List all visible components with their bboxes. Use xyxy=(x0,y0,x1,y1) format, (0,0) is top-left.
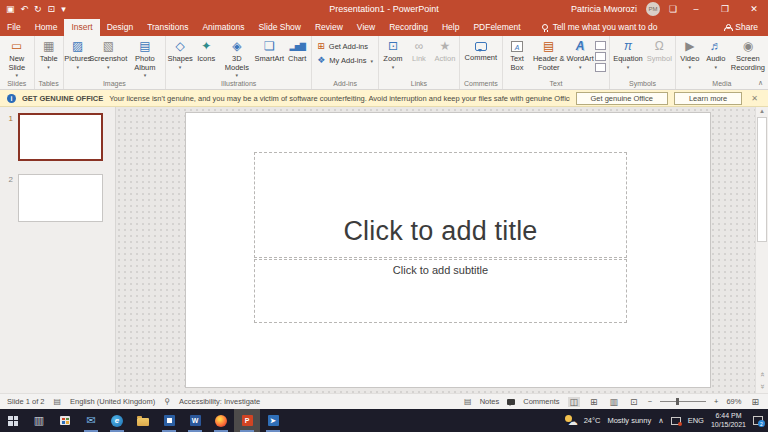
language-indicator[interactable]: English (United Kingdom) xyxy=(70,397,155,406)
comment-button[interactable]: Comment xyxy=(463,36,500,63)
slide-1-thumbnail[interactable] xyxy=(18,113,103,161)
zoom-in-button[interactable]: + xyxy=(714,397,718,406)
word-button[interactable]: W xyxy=(182,409,208,432)
pictures-button[interactable]: ▨ Pictures ▾ xyxy=(65,36,91,70)
icons-button[interactable]: ✦ Icons xyxy=(193,36,219,64)
customize-qat-icon[interactable]: ▾ xyxy=(61,4,66,14)
next-slide-icon[interactable]: » xyxy=(757,384,766,388)
date-time-icon[interactable] xyxy=(595,41,606,50)
slide-editing-surface[interactable]: Click to add title Click to add subtitle xyxy=(185,112,711,388)
zoom-button[interactable]: ⊡ Zoom ▾ xyxy=(380,36,406,70)
comments-button[interactable]: Comments xyxy=(523,397,559,406)
tab-insert[interactable]: Insert xyxy=(64,19,99,36)
notes-button[interactable]: Notes xyxy=(480,397,500,406)
weather-icon[interactable]: ☁ xyxy=(565,415,577,426)
3d-models-button[interactable]: ◈ 3D Models ▾ xyxy=(219,36,254,79)
object-icon[interactable] xyxy=(595,63,606,72)
slide-sorter-view-button[interactable]: ⊞ xyxy=(588,397,600,407)
normal-view-button[interactable]: ◫ xyxy=(568,397,581,407)
task-view-button[interactable]: ▥ xyxy=(26,409,52,432)
screenshot-button[interactable]: ▧ Screenshot ▾ xyxy=(91,36,126,70)
chart-button[interactable]: ▂▅▇ Chart xyxy=(284,36,310,64)
audio-button[interactable]: ♬ Audio ▾ xyxy=(703,36,729,70)
microsoft-store-button[interactable] xyxy=(52,409,78,432)
proofing-icon[interactable]: ▤ xyxy=(54,397,62,406)
photo-album-button[interactable]: ▤ Photo Album ▾ xyxy=(126,36,164,79)
screen-recording-button[interactable]: ◉ Screen Recording xyxy=(729,36,767,72)
slide-number-icon[interactable] xyxy=(595,52,606,61)
get-genuine-office-button[interactable]: Get genuine Office xyxy=(576,92,668,105)
save-icon[interactable]: ▣ xyxy=(6,4,15,14)
zoom-level[interactable]: 69% xyxy=(726,397,741,406)
table-button[interactable]: ▦ Table ▾ xyxy=(36,36,62,70)
powerpoint-button[interactable]: P xyxy=(234,409,260,432)
slide-show-button[interactable]: ⊡ xyxy=(628,397,640,407)
tab-pdfelement[interactable]: PDFelement xyxy=(466,19,527,36)
close-button[interactable]: ✕ xyxy=(744,4,764,14)
temperature[interactable]: 24°C xyxy=(584,416,601,425)
tab-help[interactable]: Help xyxy=(435,19,466,36)
smartart-button[interactable]: ❏ SmartArt xyxy=(254,36,284,64)
tab-design[interactable]: Design xyxy=(100,19,140,36)
ribbon-display-options-icon[interactable]: ❏ xyxy=(669,4,677,14)
zoom-out-button[interactable]: − xyxy=(648,397,652,406)
equation-button[interactable]: π Equation ▾ xyxy=(611,36,645,70)
text-box-button[interactable]: A Text Box xyxy=(504,36,531,72)
tray-app-icon[interactable] xyxy=(671,417,681,425)
show-hidden-icons-chevron[interactable]: ∧ xyxy=(658,416,664,425)
scroll-up-icon[interactable]: ▴ xyxy=(760,107,764,114)
group-label-symbols: Symbols xyxy=(611,80,674,89)
shapes-button[interactable]: ◇ Shapes ▾ xyxy=(167,36,193,70)
get-add-ins-button[interactable]: ⊞ Get Add-ins xyxy=(317,41,373,51)
close-warning-icon[interactable]: ✕ xyxy=(748,94,761,103)
tab-file[interactable]: File xyxy=(0,19,28,36)
tab-slide-show[interactable]: Slide Show xyxy=(251,19,308,36)
learn-more-button[interactable]: Learn more xyxy=(674,92,742,105)
share-button[interactable]: Share xyxy=(714,22,768,36)
vertical-scrollbar[interactable]: ▴ « » xyxy=(755,107,768,393)
tab-animations[interactable]: Animations xyxy=(195,19,251,36)
zoom-slider-thumb[interactable] xyxy=(676,398,679,405)
subtitle-placeholder[interactable]: Click to add subtitle xyxy=(254,259,627,323)
tab-recording[interactable]: Recording xyxy=(382,19,435,36)
file-explorer-button[interactable] xyxy=(130,409,156,432)
wordart-button[interactable]: A WordArt ▾ xyxy=(567,36,593,70)
tell-me-box[interactable]: Tell me what you want to do xyxy=(542,22,658,36)
avatar[interactable]: PM xyxy=(646,2,660,16)
firefox-button[interactable] xyxy=(208,409,234,432)
tab-review[interactable]: Review xyxy=(308,19,350,36)
new-slide-button[interactable]: ▭ New Slide ▾ xyxy=(1,36,33,79)
ribbon: ▭ New Slide ▾ Slides ▦ Table ▾ Tables ▨ … xyxy=(0,36,768,90)
tab-view[interactable]: View xyxy=(350,19,382,36)
title-bar: ▣ ↶ ↻ ⊡ ▾ Presentation1 - PowerPoint Pat… xyxy=(0,0,768,18)
edge-button[interactable]: e xyxy=(104,409,130,432)
input-language[interactable]: ENG xyxy=(688,416,704,425)
mail-button[interactable]: ✉ xyxy=(78,409,104,432)
weather-description[interactable]: Mostly sunny xyxy=(607,416,651,425)
zoom-slider[interactable] xyxy=(660,401,706,402)
start-presentation-icon[interactable]: ⊡ xyxy=(48,4,56,14)
store-icon xyxy=(60,416,70,425)
tab-transitions[interactable]: Transitions xyxy=(140,19,195,36)
clock[interactable]: 6:44 PM 10/15/2021 xyxy=(711,412,746,428)
scrollbar-thumb[interactable] xyxy=(757,117,767,242)
restore-button[interactable]: ❐ xyxy=(715,4,735,14)
video-button[interactable]: ▶ Video ▾ xyxy=(677,36,703,70)
pointer-app-button[interactable]: ➤ xyxy=(260,409,286,432)
start-button[interactable] xyxy=(0,409,26,432)
undo-icon[interactable]: ↶ xyxy=(21,4,29,14)
blue-app-button[interactable] xyxy=(156,409,182,432)
tab-home[interactable]: Home xyxy=(28,19,65,36)
title-placeholder[interactable]: Click to add title xyxy=(254,152,627,258)
fit-slide-to-window-button[interactable]: ⊞ xyxy=(749,397,761,407)
reading-view-button[interactable]: ▥ xyxy=(608,397,621,407)
header-footer-button[interactable]: ▤ Header & Footer xyxy=(530,36,567,72)
my-add-ins-button[interactable]: ❖ My Add-ins ▾ xyxy=(317,55,373,65)
slide-2-thumbnail[interactable] xyxy=(18,174,103,222)
redo-icon[interactable]: ↻ xyxy=(34,4,42,14)
accessibility-status[interactable]: Accessibility: Investigate xyxy=(179,397,260,406)
previous-slide-icon[interactable]: « xyxy=(757,372,766,376)
action-center-icon[interactable]: 2 xyxy=(753,416,763,425)
minimize-button[interactable]: – xyxy=(686,4,706,14)
collapse-ribbon-icon[interactable]: ∧ xyxy=(758,79,763,87)
